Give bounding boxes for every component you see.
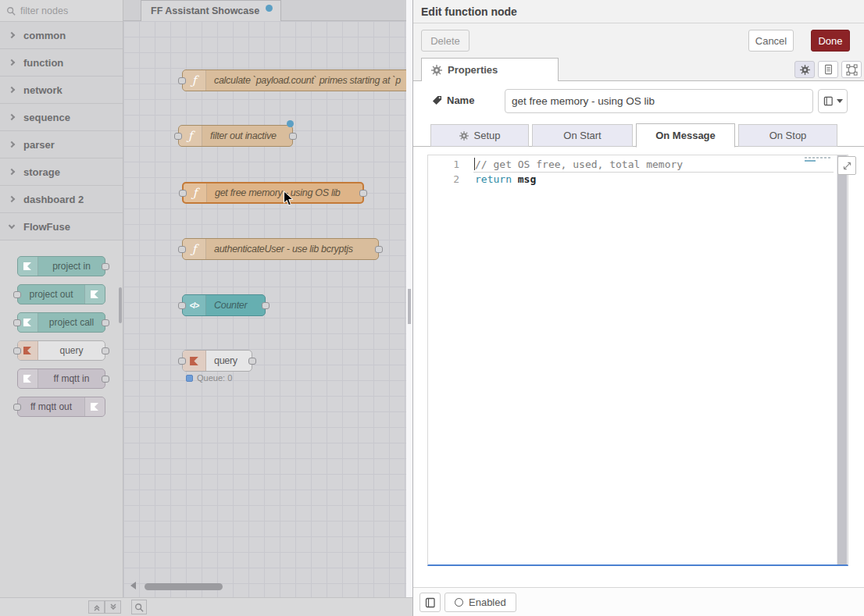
gear-icon xyxy=(800,65,810,75)
cancel-button[interactable]: Cancel xyxy=(748,30,794,52)
node-get-free-memory[interactable]: ƒ get free memory - using OS lib xyxy=(182,182,364,204)
flowfuse-logo-icon xyxy=(18,369,38,388)
flow-tabbar: FF Assistant Showcase xyxy=(123,0,406,21)
output-port[interactable] xyxy=(102,347,109,354)
editor-scrollbar[interactable] xyxy=(837,155,848,564)
input-port[interactable] xyxy=(174,133,182,140)
code-comment: // get OS free, used, total memory xyxy=(475,158,683,170)
palette-category-sequence[interactable]: sequence xyxy=(0,104,123,131)
category-label: dashboard 2 xyxy=(23,194,84,205)
palette-node-ff-mqtt-in[interactable]: ff mqtt in xyxy=(17,369,105,389)
search-flows-button[interactable] xyxy=(131,600,147,614)
node-appearance-button[interactable] xyxy=(841,61,862,78)
book-icon xyxy=(823,96,834,106)
palette-node-ff-mqtt-out[interactable]: ff mqtt out xyxy=(17,397,105,417)
code-keyword: return xyxy=(475,173,512,185)
palette-filter-input[interactable] xyxy=(20,5,106,16)
magnifier-icon xyxy=(134,603,144,612)
code-identifier: msg xyxy=(518,173,536,185)
function-f-icon: ƒ xyxy=(184,183,207,202)
flow-canvas[interactable]: FF Assistant Showcase ƒ calculate `paylo… xyxy=(123,0,406,597)
palette-node-project-call[interactable]: project call xyxy=(17,312,105,333)
node-description-button[interactable] xyxy=(818,61,838,78)
node-label: authenticateUser - use lib bcryptjs xyxy=(206,244,361,255)
edit-properties-button[interactable] xyxy=(794,61,815,78)
output-port[interactable] xyxy=(248,358,256,365)
modified-dot-icon xyxy=(266,5,273,12)
input-port[interactable] xyxy=(13,319,21,326)
scroll-up-button[interactable] xyxy=(88,600,105,614)
input-port[interactable] xyxy=(178,358,186,365)
palette-category-function[interactable]: function xyxy=(0,49,123,77)
chevron-right-icon xyxy=(9,113,15,119)
palette-node-label: project in xyxy=(38,261,105,272)
scrollbar-thumb[interactable] xyxy=(837,155,847,564)
input-port[interactable] xyxy=(13,404,21,411)
function-f-icon: ƒ xyxy=(183,70,206,91)
node-filter-out-inactive[interactable]: ƒ filter out inactive xyxy=(178,125,293,147)
output-port[interactable] xyxy=(102,319,109,326)
tab-on-stop[interactable]: On Stop xyxy=(738,124,837,147)
node-query[interactable]: query xyxy=(182,350,252,372)
palette-node-label: project call xyxy=(38,317,105,328)
output-port[interactable] xyxy=(359,190,367,197)
scroll-down-button[interactable] xyxy=(105,600,121,614)
palette-search[interactable] xyxy=(0,0,123,22)
editor-minimap xyxy=(805,157,834,162)
palette-node-project-out[interactable]: project out xyxy=(17,284,105,304)
output-port[interactable] xyxy=(289,133,297,140)
tab-properties[interactable]: Properties xyxy=(421,58,559,81)
input-port[interactable] xyxy=(178,246,186,253)
function-tabs: Setup On Start On Message On Stop xyxy=(413,123,864,147)
palette-node-project-in[interactable]: project in xyxy=(17,256,105,276)
palette-node-query[interactable]: query xyxy=(17,340,105,361)
tab-setup[interactable]: Setup xyxy=(430,124,529,147)
library-dropdown-button[interactable] xyxy=(818,89,848,113)
palette-node-label: ff mqtt out xyxy=(18,401,84,412)
input-port[interactable] xyxy=(13,291,21,298)
chevron-right-icon xyxy=(9,195,15,201)
dialog-body: Name Setup On Start On Message On Stop xyxy=(413,81,864,587)
flowfuse-logo-icon xyxy=(84,285,105,304)
node-authenticate-user[interactable]: ƒ authenticateUser - use lib bcryptjs xyxy=(182,238,379,260)
output-port[interactable] xyxy=(102,263,109,270)
input-port[interactable] xyxy=(179,190,187,197)
canvas-vertical-scrollbar[interactable] xyxy=(406,0,412,597)
library-button[interactable] xyxy=(420,593,441,612)
palette-category-network[interactable]: network xyxy=(0,77,123,104)
palette-category-dashboard2[interactable]: dashboard 2 xyxy=(0,186,123,213)
palette-category-storage[interactable]: storage xyxy=(0,158,123,186)
scrollbar-thumb[interactable] xyxy=(408,289,411,324)
name-input[interactable] xyxy=(505,89,813,113)
flowfuse-logo-icon xyxy=(18,257,38,276)
tab-on-start[interactable]: On Start xyxy=(532,124,633,147)
delete-button[interactable]: Delete xyxy=(421,30,469,52)
node-label: get free memory - using OS lib xyxy=(207,187,348,198)
code-editor[interactable]: 1 // get OS free, used, total memory 2 r… xyxy=(427,155,848,566)
input-port[interactable] xyxy=(178,302,186,309)
code-brackets-icon: </> xyxy=(183,295,206,315)
flow-tab[interactable]: FF Assistant Showcase xyxy=(141,0,281,21)
done-button[interactable]: Done xyxy=(811,30,850,52)
output-port[interactable] xyxy=(262,302,270,309)
palette-node-label: query xyxy=(38,345,105,356)
palette-category-flowfuse[interactable]: FlowFuse xyxy=(0,213,123,240)
input-port[interactable] xyxy=(178,77,186,84)
editor-expand-button[interactable] xyxy=(837,156,856,175)
node-calculate-primes[interactable]: ƒ calculate `payload.count` primes start… xyxy=(182,69,406,91)
palette-category-common[interactable]: common xyxy=(0,22,123,49)
category-label: parser xyxy=(23,139,55,151)
category-label: sequence xyxy=(23,112,70,123)
output-port[interactable] xyxy=(375,246,383,253)
horizontal-scrollbar[interactable] xyxy=(145,583,223,590)
hscroll-left-arrow[interactable] xyxy=(130,582,136,589)
tab-on-message[interactable]: On Message xyxy=(636,123,735,148)
enabled-toggle-button[interactable]: Enabled xyxy=(444,593,516,612)
doc-icon xyxy=(823,64,834,75)
input-port[interactable] xyxy=(13,347,21,354)
palette-category-parser[interactable]: parser xyxy=(0,131,123,158)
output-port[interactable] xyxy=(102,376,109,383)
palette-scrollbar[interactable] xyxy=(119,287,122,323)
category-label: network xyxy=(23,84,62,96)
node-counter[interactable]: </> Counter xyxy=(182,294,266,316)
